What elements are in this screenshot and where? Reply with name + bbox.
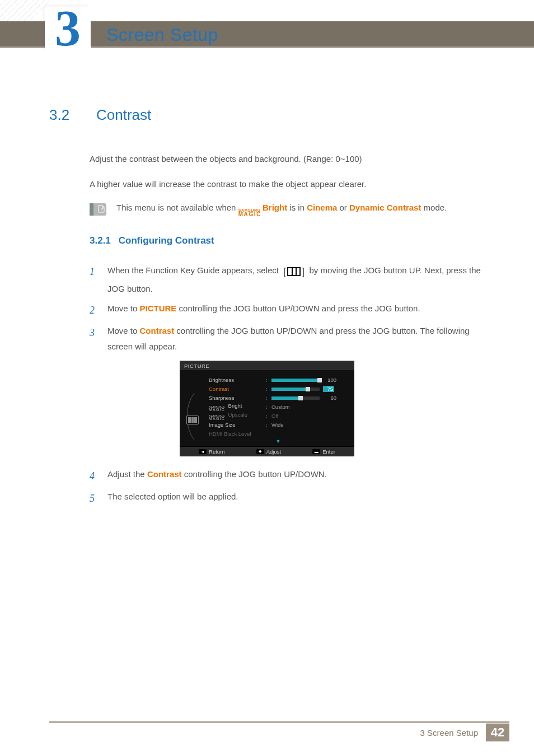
- step-number: 2: [90, 301, 97, 320]
- step-5: 5 The selected option will be applied.: [90, 489, 485, 508]
- osd-row: HDMI Black Level: [209, 430, 348, 438]
- note-pre: This menu is not available when: [116, 203, 238, 212]
- osd-row-label: Image Size: [209, 422, 263, 428]
- page: 3 Screen Setup 3.2 Contrast Adjust the c…: [0, 0, 534, 756]
- chapter-number: 3: [55, 8, 81, 49]
- osd-row-label: Contrast: [209, 386, 263, 392]
- step-3: 3 Move to Contrast controlling the JOG b…: [90, 323, 485, 355]
- subsection-heading: 3.2.1 Configuring Contrast: [90, 235, 485, 246]
- note-text: This menu is not available when SAMSUNGM…: [116, 203, 447, 216]
- step-number: 5: [90, 489, 97, 508]
- osd: PICTURE Brightness:100Contrast:75Sharpne…: [180, 361, 354, 456]
- svg-line-10: [101, 208, 103, 209]
- osd-row: SAMSUNGMAGIC Bright:Custom: [209, 403, 348, 412]
- step-text: Adjust the Contrast controlling the JOG …: [107, 466, 327, 486]
- page-footer: 3 Screen Setup 42: [0, 721, 534, 744]
- picture-category-icon: [186, 416, 199, 424]
- subsection-number: 3.2.1: [90, 235, 111, 246]
- section-number: 3.2: [49, 106, 81, 124]
- osd-row-label: HDMI Black Level: [209, 431, 263, 437]
- picture-label: PICTURE: [140, 304, 177, 313]
- step-text: When the Function Key Guide appears, sel…: [107, 262, 485, 297]
- osd-return: ◄Return: [199, 449, 225, 455]
- contrast-label: Contrast: [147, 469, 182, 479]
- osd-row-label: Sharpness: [209, 395, 263, 401]
- step-text: Move to PICTURE controlling the JOG butt…: [107, 301, 420, 320]
- osd-enter: ▬Enter: [312, 449, 335, 455]
- osd-value: 60: [323, 395, 336, 401]
- step-number: 4: [90, 466, 97, 486]
- note-icon: [90, 203, 106, 216]
- samsung-magic-logo: SAMSUNGMAGIC: [238, 209, 261, 216]
- osd-row: SAMSUNGMAGIC Upscale:Off: [209, 412, 348, 421]
- osd-category-icon: [185, 392, 200, 424]
- osd-row-label: Brightness: [209, 377, 263, 383]
- chapter-title: Screen Setup: [106, 25, 218, 45]
- osd-row: Brightness:100: [209, 376, 348, 385]
- menu-icon: []: [283, 262, 305, 281]
- osd-slider: [271, 396, 320, 400]
- paragraph-2: A higher value will increase the contras…: [90, 178, 485, 191]
- paragraph-1: Adjust the contrast between the objects …: [90, 153, 485, 166]
- step-number: 1: [90, 262, 97, 297]
- osd-row: Sharpness:60: [209, 394, 348, 403]
- step-1: 1 When the Function Key Guide appears, s…: [90, 262, 485, 297]
- note-cinema: Cinema: [307, 203, 337, 212]
- enter-icon: ▬: [312, 449, 320, 454]
- contrast-label: Contrast: [140, 326, 175, 335]
- osd-footer: ◄Return ◆Adjust ▬Enter: [180, 446, 354, 456]
- adjust-icon: ◆: [256, 449, 264, 454]
- step-text: The selected option will be applied.: [107, 489, 238, 508]
- osd-title: PICTURE: [180, 361, 354, 370]
- osd-adjust: ◆Adjust: [256, 449, 281, 455]
- note-dynamic-contrast: Dynamic Contrast: [349, 203, 421, 212]
- note-bright: Bright: [263, 203, 287, 212]
- osd-value: Custom: [271, 404, 290, 410]
- section-heading: 3.2 Contrast: [49, 106, 485, 124]
- osd-value: Off: [271, 413, 279, 419]
- osd-slider: [271, 388, 320, 391]
- footer-text: 3 Screen Setup: [420, 728, 478, 738]
- note: This menu is not available when SAMSUNGM…: [90, 203, 485, 216]
- osd-body: Brightness:100Contrast:75Sharpness:60SAM…: [180, 370, 354, 446]
- osd-value: 100: [323, 377, 336, 383]
- osd-row-label: SAMSUNGMAGIC Upscale: [209, 412, 263, 420]
- step-number: 3: [90, 323, 97, 355]
- osd-value: 75: [323, 386, 334, 392]
- body: 3.2 Contrast Adjust the contrast between…: [49, 106, 485, 511]
- step-4: 4 Adjust the Contrast controlling the JO…: [90, 466, 485, 486]
- step-text: Move to Contrast controlling the JOG but…: [107, 323, 485, 355]
- subsection-title: Configuring Contrast: [119, 235, 214, 246]
- osd-slider: [271, 379, 320, 382]
- osd-more-indicator: ▼: [209, 438, 348, 444]
- osd-row: Contrast:75: [209, 385, 348, 394]
- osd-row: Image Size:Wide: [209, 421, 348, 430]
- osd-value: Wide: [271, 422, 284, 428]
- chapter-badge: 3: [45, 7, 91, 58]
- section-title: Contrast: [96, 106, 151, 124]
- osd-row-label: SAMSUNGMAGIC Bright: [209, 403, 263, 411]
- osd-rows: Brightness:100Contrast:75Sharpness:60SAM…: [209, 376, 348, 438]
- footer-page-number: 42: [486, 724, 509, 741]
- return-icon: ◄: [199, 449, 207, 454]
- step-2: 2 Move to PICTURE controlling the JOG bu…: [90, 301, 485, 320]
- osd-screenshot: PICTURE Brightness:100Contrast:75Sharpne…: [49, 361, 485, 456]
